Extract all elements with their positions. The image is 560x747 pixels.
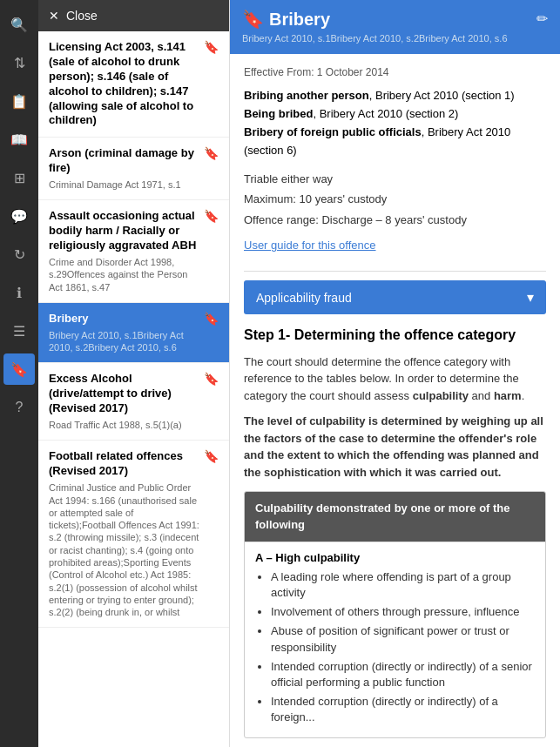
item-title: Arson (criminal damage by fire) [49,146,200,176]
culpability-section-high: A – High culpability A leading role wher… [245,542,545,738]
offence-list-detail: Bribing another person, Bribery Act 2010… [244,87,546,159]
left-panel: ✕ Close Licensing Act 2003, s.141 (sale … [38,0,230,747]
close-label: Close [66,9,98,23]
list-item[interactable]: Licensing Act 2003, s.141 (sale of alcoh… [38,31,229,138]
list-item[interactable]: Assault occasioning actual bodily harm /… [38,200,229,303]
item-title: Bribery [49,312,200,326]
list-item: Intended corruption (directly or indirec… [271,694,535,725]
edit-icon[interactable]: ✏ [536,10,548,27]
item-subtitle: Criminal Justice and Public Order Act 19… [49,481,200,618]
bookmark-icon: 🔖 [204,209,219,223]
item-title: Football related offences (Revised 2017) [49,449,200,479]
item-subtitle: Crime and Disorder Act 1998, s.29Offence… [49,256,200,293]
user-guide-link[interactable]: User guide for this offence [244,239,376,252]
item-title: Excess Alcohol (drive/attempt to drive) … [49,372,200,416]
bookmark-icon: 🔖 [204,372,219,386]
offence-item-2: Being bribed, Bribery Act 2010 (section … [244,105,546,124]
offence-item-1: Bribing another person, Bribery Act 2010… [244,87,546,105]
offence-item-3: Bribery of foreign public officials, Bri… [244,124,546,160]
item-subtitle: Bribery Act 2010, s.1Bribery Act 2010, s… [49,329,200,354]
triable-info: Triable either way [244,171,546,188]
item-subtitle: Road Traffic Act 1988, s.5(1)(a) [49,419,200,431]
culpability-table: Culpability demonstrated by one or more … [244,491,546,738]
offence-range-info: Offence range: Discharge – 8 years' cust… [244,212,546,229]
step1-para1: The court should determine the offence c… [244,353,546,405]
high-culpability-title: A – High culpability [255,551,535,564]
icon-sidebar: 🔍 ⇅ 📋 📖 ⊞ 💬 ↻ ℹ ☰ 🔖 ? [0,0,38,747]
list-item[interactable]: Excess Alcohol (drive/attempt to drive) … [38,363,229,441]
bookmark-icon: 🔖 [204,40,219,54]
effective-date: Effective From: 1 October 2014 [244,66,546,78]
bookmark-icon: 🔖 [204,312,219,326]
help-icon-btn[interactable]: ? [3,392,35,423]
culpability-bold: culpability [413,389,469,402]
header-bookmark-icon: 🔖 [242,9,264,30]
accordion-label: Applicability fraud [256,291,352,305]
list-item: A leading role where offending is part o… [271,569,535,601]
main-header-text: 🔖 Bribery Bribery Act 2010, s.1Bribery A… [242,9,530,45]
maximum-info: Maximum: 10 years' custody [244,191,546,208]
list-item: Intended corruption (directly or indirec… [271,659,535,690]
info-icon-btn[interactable]: ℹ [3,277,35,308]
bookmark-icon: 🔖 [204,146,219,160]
culpability-table-header: Culpability demonstrated by one or more … [245,492,545,541]
offence-detail-2: , Bribery Act 2010 (section 2) [313,107,458,120]
header-subtitle: Bribery Act 2010, s.1Bribery Act 2010, s… [242,32,530,45]
accordion-applicability[interactable]: Applicability fraud ▾ [244,280,546,314]
title-text: Bribery [269,10,330,30]
harm-bold: harm [494,389,522,402]
refresh-icon-btn[interactable]: ↻ [3,239,35,270]
item-subtitle: Criminal Damage Act 1971, s.1 [49,178,200,191]
step1-title: Step 1- Determining the offence category [244,326,546,345]
step1-para2: The level of culpability is determined b… [244,413,546,481]
close-icon: ✕ [49,9,59,23]
bookmark-icon-btn[interactable]: 🔖 [3,353,35,385]
main-title: 🔖 Bribery [242,9,530,30]
offence-detail-1: , Bribery Act 2010 (section 1) [369,89,515,102]
close-button[interactable]: ✕ Close [38,0,229,31]
chat-icon-btn[interactable]: 💬 [3,200,35,232]
list-item: Abuse of position of significant power o… [271,623,535,655]
item-title: Assault occasioning actual bodily harm /… [49,209,200,253]
copy-icon-btn[interactable]: 📋 [3,85,35,117]
search-icon-btn[interactable]: 🔍 [3,9,35,40]
filter-icon-btn[interactable]: ⇅ [3,47,35,78]
main-header: 🔖 Bribery Bribery Act 2010, s.1Bribery A… [230,0,560,54]
high-culpability-list: A leading role where offending is part o… [255,569,535,726]
chevron-down-icon: ▾ [527,289,534,306]
list-item-bribery[interactable]: Bribery Bribery Act 2010, s.1Bribery Act… [38,303,229,363]
offence-list: Licensing Act 2003, s.141 (sale of alcoh… [38,31,229,747]
item-title: Licensing Act 2003, s.141 (sale of alcoh… [49,40,200,128]
offence-label-1: Bribing another person [244,89,369,102]
list-item: Involvement of others through pressure, … [271,604,535,620]
list-item[interactable]: Football related offences (Revised 2017)… [38,441,229,628]
main-body: Effective From: 1 October 2014 Bribing a… [230,54,560,747]
divider [244,271,546,272]
offence-label-3: Bribery of foreign public officials [244,125,422,138]
offence-label-2: Being bribed [244,107,313,120]
book-icon-btn[interactable]: 📖 [3,124,35,155]
list-item[interactable]: Arson (criminal damage by fire) Criminal… [38,138,229,200]
list-icon-btn[interactable]: ☰ [3,315,35,347]
grid-icon-btn[interactable]: ⊞ [3,162,35,193]
main-content: 🔖 Bribery Bribery Act 2010, s.1Bribery A… [230,0,560,747]
bookmark-icon: 🔖 [204,449,219,463]
